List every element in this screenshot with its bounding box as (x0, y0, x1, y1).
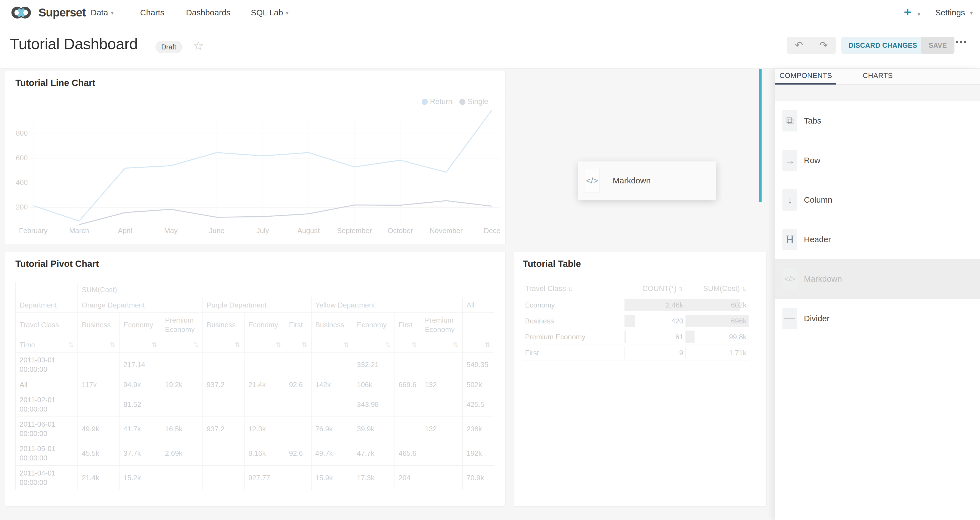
nav-item-label: Data (91, 8, 108, 17)
nav-item-dashboards[interactable]: Dashboards (186, 0, 231, 25)
pivot-sort-cell[interactable]: ⇅ (244, 337, 285, 352)
pivot-sort-cell[interactable]: ⇅ (285, 337, 311, 352)
legend-item-return[interactable]: Return (422, 97, 452, 106)
pivot-cell: 81.52 (119, 392, 161, 417)
sort-icon[interactable]: ⇅ (453, 340, 458, 349)
tab-components[interactable]: COMPONENTS (775, 69, 837, 84)
chart-title: Tutorial Table (523, 258, 581, 269)
y-tick-label: 400 (5, 178, 28, 187)
markdown-drag-preview[interactable]: </> Markdown (578, 162, 716, 200)
pivot-sort-cell[interactable]: ⇅ (421, 337, 463, 352)
pivot-cell (311, 352, 353, 377)
superset-logo[interactable]: Superset (11, 0, 86, 25)
pivot-cell: 502k (462, 377, 494, 392)
cell-value: 420 (671, 317, 683, 325)
pivot-cell (395, 352, 421, 377)
nav-item-sql-lab[interactable]: SQL Lab▾ (251, 0, 288, 25)
sort-icon[interactable]: ⇅ (110, 340, 115, 349)
favorite-star-icon[interactable]: ☆ (193, 39, 204, 53)
pivot-sort-cell[interactable]: ⇅ (395, 337, 421, 352)
sort-icon[interactable]: ⇅ (235, 340, 240, 349)
x-tick-label: March (57, 227, 101, 235)
table-grid: Travel Class ⇅COUNT(*) ⇅SUM(Cost) ⇅Econo… (523, 281, 749, 361)
sort-icon[interactable]: ⇅ (344, 340, 349, 349)
tab-charts[interactable]: CHARTS (837, 69, 919, 84)
pivot-cell (161, 392, 203, 417)
component-label: Divider (804, 299, 829, 338)
pivot-cell: 425.5 (462, 392, 494, 417)
cell-sum: 696k (686, 313, 749, 329)
nav-item-data[interactable]: Data▾ (91, 0, 113, 25)
component-item-column[interactable]: ↓Column (775, 180, 980, 220)
sort-icon[interactable]: ⇅ (302, 340, 307, 349)
sort-icon[interactable]: ⇅ (68, 340, 74, 349)
component-item-tabs[interactable]: ⧉Tabs (775, 101, 980, 141)
x-tick-label: May (149, 227, 193, 235)
table-row[interactable]: Business420696k (523, 313, 749, 329)
pivot-cell: 937.2 (203, 377, 245, 392)
sort-icon[interactable]: ⇅ (275, 340, 281, 349)
component-item-header[interactable]: HHeader (775, 220, 980, 259)
sort-icon[interactable]: ⇅ (193, 340, 199, 349)
pivot-cell (285, 466, 311, 490)
divider-icon (783, 308, 797, 329)
pivot-cell (421, 352, 463, 377)
pivot-cell (203, 392, 245, 417)
cell-travel-class: Premium Economy (523, 329, 625, 345)
page-title[interactable]: Tutorial Dashboard (10, 35, 138, 53)
series-line-single (79, 201, 492, 225)
pivot-cell: 106k (353, 377, 395, 392)
new-item-button[interactable]: + ▾ (904, 0, 920, 25)
pivot-sort-cell[interactable]: ⇅ (78, 337, 119, 352)
legend-item-single[interactable]: Single (459, 97, 488, 106)
sort-icon[interactable]: ⇅ (151, 340, 157, 349)
more-options-button[interactable]: ••• (956, 38, 968, 46)
time-label: Time (19, 341, 35, 349)
pivot-sort-cell[interactable]: ⇅ (203, 337, 245, 352)
sort-icon[interactable]: ⇅ (679, 286, 683, 292)
table-row[interactable]: Economy2.46k602k (523, 297, 749, 313)
value-bar (686, 347, 686, 359)
pivot-row: 2011-03-01 00:00:00217.14332.21549.35 (16, 352, 494, 377)
sort-icon[interactable]: ⇅ (485, 340, 490, 349)
nav-item-charts[interactable]: Charts (140, 0, 164, 25)
pivot-sort-cell[interactable]: ⇅ (119, 337, 161, 352)
sort-icon[interactable]: ⇅ (411, 340, 417, 349)
col-header-label: Travel Class (525, 284, 568, 293)
table-col-header[interactable]: Travel Class ⇅ (523, 281, 625, 297)
pivot-sort-cell[interactable]: ⇅ (353, 337, 395, 352)
undo-button[interactable]: ↶ (787, 37, 811, 54)
settings-menu[interactable]: Settings ▾ (935, 0, 973, 25)
legend-label: Single (468, 97, 488, 106)
component-item-markdown[interactable]: </>Markdown (775, 259, 980, 299)
save-button[interactable]: SAVE (921, 37, 955, 54)
chevron-down-icon: ▾ (970, 10, 973, 16)
table-col-header[interactable]: SUM(Cost) ⇅ (686, 281, 749, 297)
pivot-sort-cell[interactable]: ⇅ (161, 337, 203, 352)
pivot-time-header[interactable]: Time⇅ (16, 337, 78, 352)
pivot-cell (78, 352, 119, 377)
component-item-row[interactable]: →Row (775, 141, 980, 180)
pivot-col-header: Business (78, 313, 119, 337)
redo-button[interactable]: ↷ (811, 37, 836, 54)
pivot-sort-cell[interactable]: ⇅ (311, 337, 353, 352)
sort-icon[interactable]: ⇅ (568, 286, 573, 292)
component-item-divider[interactable]: Divider (775, 299, 980, 338)
chart-legend: Return Single (422, 97, 488, 106)
x-tick-label: June (195, 227, 239, 235)
cell-travel-class: First (523, 345, 625, 361)
x-tick-label: April (103, 227, 147, 235)
discard-changes-button[interactable]: DISCARD CHANGES (841, 37, 924, 54)
pivot-cell: 15.2k (119, 466, 161, 490)
pivot-sort-cell[interactable]: ⇅ (462, 337, 494, 352)
sort-icon[interactable]: ⇅ (385, 340, 390, 349)
table-col-header[interactable]: COUNT(*) ⇅ (625, 281, 686, 297)
pivot-col-header (462, 313, 494, 337)
sort-icon[interactable]: ⇅ (742, 286, 746, 292)
pivot-row: 2011-02-01 00:00:0081.52343.98425.5 (16, 392, 494, 417)
chevron-down-icon: ▾ (918, 11, 920, 17)
pivot-col-header: Business (203, 313, 245, 337)
drag-preview-label: Markdown (612, 162, 651, 200)
table-row[interactable]: First91.71k (523, 345, 749, 361)
table-row[interactable]: Premium Economy6199.8k (523, 329, 749, 345)
